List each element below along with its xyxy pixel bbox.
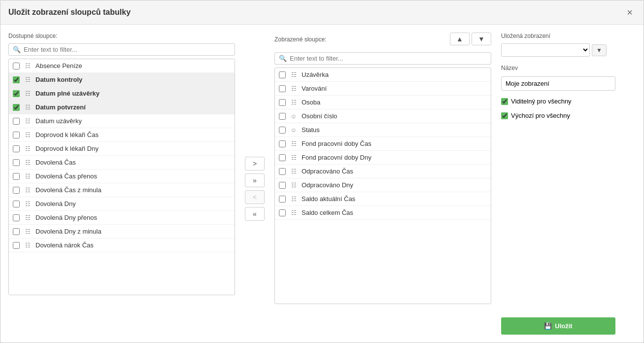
list-item[interactable]: ☷Doprovod k lékaři Čas	[9, 128, 235, 142]
grid-icon: ☷	[290, 154, 298, 161]
list-item-text: Varování	[302, 85, 487, 92]
grid-icon: ☷	[290, 196, 298, 203]
list-item[interactable]: ☷Dovolená Dny přenos	[9, 211, 235, 225]
list-item[interactable]: ☷Doprovod k lékaři Dny	[9, 142, 235, 156]
right-panel-top: Zobrazené sloupce: ▲ ▼	[274, 33, 491, 47]
save-label: Uložit	[555, 322, 572, 330]
dialog-header: Uložit zobrazení sloupců tabulky ×	[0, 0, 644, 25]
list-item[interactable]: ☷Saldo aktuální Čas	[275, 192, 491, 206]
list-item-text: Status	[302, 126, 487, 134]
list-item[interactable]: ☷Fond pracovní doby Čas	[275, 137, 491, 151]
list-item[interactable]: ☷Datum potvrzení	[9, 101, 235, 114]
list-item[interactable]: ☷Odpracováno Čas	[275, 165, 491, 178]
list-item[interactable]: ☷Fond pracovní doby Dny	[275, 151, 491, 165]
move-right-all-button[interactable]: »	[245, 173, 265, 187]
list-item[interactable]: ☷Odpracováno Dny	[275, 178, 491, 192]
list-item-checkbox[interactable]	[279, 127, 286, 134]
grid-icon: ☷	[24, 228, 32, 235]
list-item-checkbox[interactable]	[279, 113, 286, 120]
list-item-checkbox[interactable]	[13, 90, 20, 97]
list-item-text: Doprovod k lékaři Dny	[35, 145, 231, 152]
saved-panel-label: Uložená zobrazení	[501, 33, 615, 39]
list-item[interactable]: ☷Absence Peníze	[9, 59, 235, 73]
list-item-checkbox[interactable]	[13, 173, 20, 180]
list-item[interactable]: ☷Datum plné uzávěrky	[9, 87, 235, 101]
list-item-checkbox[interactable]	[13, 201, 20, 207]
list-item-checkbox[interactable]	[279, 209, 286, 216]
list-item[interactable]: ☺Osobní číslo	[275, 109, 491, 123]
list-item[interactable]: ☷Dovolená nárok Čas	[9, 239, 235, 252]
list-item[interactable]: ☷Dovolená Čas z minula	[9, 183, 235, 197]
list-item-checkbox[interactable]	[13, 132, 20, 138]
list-item[interactable]: ☷Dovolená Dny	[9, 197, 235, 211]
grid-icon: ☷	[290, 209, 298, 216]
grid-icon: ☷	[24, 90, 32, 97]
close-button[interactable]: ×	[624, 6, 636, 18]
list-item-text: Datum plné uzávěrky	[35, 90, 231, 97]
name-field-input[interactable]	[501, 76, 615, 91]
middle-panel: > » < «	[241, 42, 269, 335]
list-item[interactable]: ☷Dovolená Čas přenos	[9, 170, 235, 183]
grid-icon: ☷	[290, 182, 298, 189]
list-item-text: Saldo celkem Čas	[302, 209, 487, 216]
left-search-icon: 🔍	[13, 46, 21, 53]
list-item-text: Datum potvrzení	[35, 103, 231, 111]
list-item-text: Osoba	[302, 99, 487, 106]
list-item-checkbox[interactable]	[279, 85, 286, 92]
move-up-button[interactable]: ▲	[450, 33, 470, 45]
list-item-checkbox[interactable]	[13, 76, 20, 83]
list-item-checkbox[interactable]	[13, 242, 20, 249]
list-item[interactable]: ☷Datum kontroly	[9, 73, 235, 87]
save-icon: 💾	[544, 322, 552, 330]
grid-icon: ☷	[24, 145, 32, 152]
left-panel: Dostupné sloupce: 🔍 ☷Absence Peníze☷Datu…	[8, 33, 235, 335]
name-field-label: Název	[501, 65, 615, 71]
left-search-input[interactable]	[24, 46, 231, 53]
default-checkbox[interactable]	[501, 112, 508, 119]
list-item[interactable]: ☷Dovolená Čas	[9, 156, 235, 170]
grid-icon: ☷	[24, 104, 32, 111]
right-panel-label: Zobrazené sloupce:	[274, 36, 326, 43]
list-item-checkbox[interactable]	[13, 145, 20, 152]
saved-views-select[interactable]	[501, 43, 590, 57]
list-item[interactable]: ☷Saldo celkem Čas	[275, 206, 491, 220]
list-item[interactable]: ☺Status	[275, 123, 491, 137]
list-item-checkbox[interactable]	[279, 71, 286, 78]
move-down-button[interactable]: ▼	[472, 33, 491, 45]
grid-icon: ☷	[24, 159, 32, 166]
grid-icon: ☷	[24, 76, 32, 83]
list-item-text: Doprovod k lékaři Čas	[35, 131, 231, 138]
list-item-checkbox[interactable]	[279, 196, 286, 203]
list-item[interactable]: ☷Varování	[275, 82, 491, 96]
list-item[interactable]: ☷Uzávěrka	[275, 68, 491, 82]
list-item-checkbox[interactable]	[13, 159, 20, 166]
left-search-box: 🔍	[8, 43, 235, 56]
list-item-checkbox[interactable]	[13, 214, 20, 221]
move-left-all-button[interactable]: «	[245, 207, 265, 221]
list-item-checkbox[interactable]	[279, 168, 286, 175]
move-right-single-button[interactable]: >	[245, 157, 265, 171]
list-item-checkbox[interactable]	[13, 228, 20, 235]
list-item-checkbox[interactable]	[279, 182, 286, 189]
list-item-text: Fond pracovní doby Dny	[302, 154, 487, 161]
list-item[interactable]: ☷Dovolená Dny z minula	[9, 225, 235, 239]
list-item-checkbox[interactable]	[13, 63, 20, 69]
list-item-checkbox[interactable]	[279, 99, 286, 106]
list-item-checkbox[interactable]	[279, 140, 286, 147]
save-button[interactable]: 💾 Uložit	[501, 317, 615, 335]
grid-icon: ☷	[24, 132, 32, 138]
visible-checkbox[interactable]	[501, 98, 508, 105]
left-panel-label: Dostupné sloupce:	[8, 33, 235, 39]
list-item-checkbox[interactable]	[279, 154, 286, 161]
move-left-single-button[interactable]: <	[245, 190, 265, 204]
saved-dropdown-button[interactable]: ▼	[592, 44, 607, 56]
right-search-input[interactable]	[290, 55, 487, 62]
grid-icon: ☷	[24, 118, 32, 125]
list-item[interactable]: ☷Datum uzávěrky	[9, 114, 235, 128]
list-item[interactable]: ☷Osoba	[275, 96, 491, 109]
list-item-checkbox[interactable]	[13, 118, 20, 125]
grid-icon: ☷	[290, 140, 298, 147]
list-item-checkbox[interactable]	[13, 187, 20, 194]
list-item-checkbox[interactable]	[13, 104, 20, 111]
grid-icon: ☷	[290, 99, 298, 106]
